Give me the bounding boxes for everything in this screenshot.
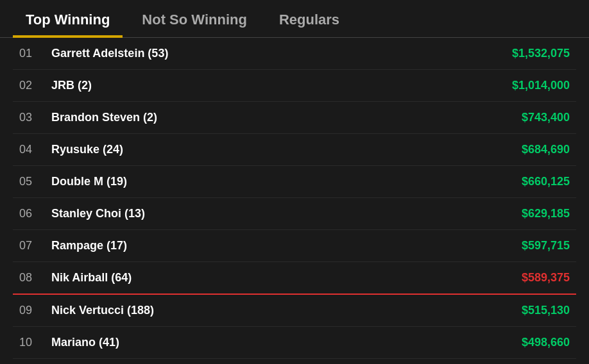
- table-row: 05Double M (19)$660,125: [13, 166, 576, 198]
- row-rank: 08: [19, 271, 51, 285]
- row-rank: 05: [19, 175, 51, 188]
- row-amount: $743,400: [522, 111, 570, 124]
- row-name: Garrett Adelstein (53): [51, 47, 512, 60]
- row-rank: 10: [19, 336, 51, 349]
- row-rank: 02: [19, 79, 51, 92]
- row-name: Brandon Steven (2): [51, 111, 522, 124]
- table-row: 01Garrett Adelstein (53)$1,532,075: [13, 38, 576, 70]
- row-amount: $589,375: [522, 271, 570, 285]
- row-amount: $498,660: [522, 336, 570, 349]
- row-amount: $1,532,075: [512, 47, 570, 60]
- table-row: 10Mariano (41)$498,660: [13, 327, 576, 359]
- row-name: Ryusuke (24): [51, 143, 522, 156]
- tab-regulars[interactable]: Regulars: [266, 0, 352, 37]
- table-row: 09Nick Vertucci (188)$515,130: [13, 295, 576, 327]
- row-amount: $515,130: [522, 304, 570, 317]
- row-amount: $684,690: [522, 143, 570, 156]
- tabs-container: Top WinningNot So WinningRegulars: [0, 0, 589, 38]
- row-amount: $660,125: [522, 175, 570, 188]
- table-row: 06Stanley Choi (13)$629,185: [13, 198, 576, 230]
- row-rank: 04: [19, 143, 51, 156]
- row-name: Double M (19): [51, 175, 522, 188]
- row-name: Stanley Choi (13): [51, 207, 522, 220]
- table-row: 08Nik Airball (64)$589,375: [13, 262, 576, 295]
- row-amount: $629,185: [522, 207, 570, 220]
- leaderboard: 01Garrett Adelstein (53)$1,532,07502JRB …: [0, 38, 589, 359]
- row-name: Mariano (41): [51, 336, 522, 349]
- row-rank: 07: [19, 239, 51, 252]
- row-rank: 09: [19, 304, 51, 317]
- row-rank: 03: [19, 111, 51, 124]
- row-name: Rampage (17): [51, 239, 522, 252]
- table-row: 02JRB (2)$1,014,000: [13, 70, 576, 102]
- row-amount: $1,014,000: [512, 79, 570, 92]
- row-name: JRB (2): [51, 79, 512, 92]
- row-amount: $597,715: [522, 239, 570, 252]
- table-row: 07Rampage (17)$597,715: [13, 230, 576, 262]
- row-rank: 06: [19, 207, 51, 220]
- tab-not-so-winning[interactable]: Not So Winning: [129, 0, 260, 37]
- row-rank: 01: [19, 47, 51, 60]
- row-name: Nik Airball (64): [51, 271, 522, 285]
- row-name: Nick Vertucci (188): [51, 304, 522, 317]
- table-row: 04Ryusuke (24)$684,690: [13, 134, 576, 166]
- tab-bar: Top WinningNot So WinningRegulars: [0, 0, 589, 38]
- table-row: 03Brandon Steven (2)$743,400: [13, 102, 576, 134]
- tab-top-winning[interactable]: Top Winning: [13, 0, 123, 37]
